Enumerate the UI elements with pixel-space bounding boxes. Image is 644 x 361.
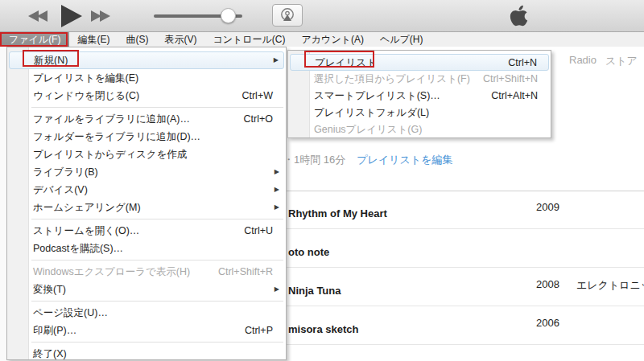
menu-item-label: デバイス(V)	[33, 181, 88, 199]
menu-item-label: フォルダーをライブラリに追加(D)…	[33, 128, 200, 146]
submenu-arrow-icon: ▶	[275, 199, 279, 216]
menu-item-open-stream[interactable]: ストリームを開く(O)… Ctrl+U	[9, 222, 284, 240]
menu-item-edit-playlist[interactable]: プレイリストを編集(E)	[9, 69, 284, 87]
song-genre: エレクトロニック	[576, 278, 644, 293]
menu-item-shortcut: Ctrl+P	[245, 322, 273, 339]
menu-item-shortcut: Ctrl+N	[508, 55, 537, 70]
edit-playlist-link[interactable]: プレイリストを編集	[357, 154, 452, 166]
menubar-item-view[interactable]: 表示(V)	[156, 32, 204, 47]
submenu-item-smart-playlist[interactable]: スマートプレイリスト(S)… Ctrl+Alt+N	[290, 88, 549, 105]
menu-item-show-in-explorer: Windowsエクスプローラで表示(H) Ctrl+Shift+R	[9, 263, 284, 281]
song-title: Rhythm of My Heart	[288, 207, 387, 219]
song-title: Ninja Tuna	[288, 285, 341, 297]
submenu-arrow-icon: ▶	[275, 281, 279, 298]
menu-item-label: プレイリストフォルダ(L)	[314, 105, 429, 121]
tab-store[interactable]: ストア	[605, 54, 638, 68]
menu-separator	[31, 257, 283, 263]
menu-item-label: 印刷(P)…	[33, 322, 76, 339]
playlist-duration: ・1時間 16分	[283, 154, 345, 166]
submenu-item-playlist-folder[interactable]: プレイリストフォルダ(L)	[290, 105, 549, 121]
menu-item-label: プレイリストを編集(E)	[33, 69, 138, 87]
song-title: misora sketch	[288, 323, 358, 335]
menu-item-home-sharing[interactable]: ホームシェアリング(M) ▶	[9, 199, 284, 216]
menu-item-label: ストリームを開く(O)…	[33, 222, 139, 240]
submenu-item-playlist-from-selection: 選択した項目からプレイリスト(F) Ctrl+Shift+N	[290, 71, 549, 88]
annotation-box-file	[0, 32, 68, 47]
player-toolbar	[0, 0, 644, 32]
submenu-arrow-icon: ▶	[275, 163, 279, 181]
menu-item-label: ファイルをライブラリに追加(A)…	[33, 110, 190, 128]
menu-item-label: プレイリストからディスクを作成	[33, 146, 187, 163]
song-year: 2008	[536, 278, 559, 290]
menubar-item-song[interactable]: 曲(S)	[118, 32, 156, 47]
rewind-icon[interactable]	[37, 10, 47, 22]
menu-item-add-folder[interactable]: フォルダーをライブラリに追加(D)…	[9, 128, 284, 146]
airplay-button[interactable]	[272, 4, 303, 27]
menu-item-label: Podcastを購読(S)…	[33, 240, 123, 257]
menu-item-shortcut: Ctrl+Shift+R	[218, 263, 273, 281]
play-icon[interactable]	[61, 5, 82, 27]
menu-item-shortcut: Ctrl+Alt+N	[491, 88, 538, 105]
menubar-item-edit[interactable]: 編集(E)	[69, 32, 118, 47]
menu-item-label: 変換(T)	[33, 281, 66, 298]
song-row[interactable]: misora sketch 2006	[287, 307, 644, 345]
menu-separator	[31, 216, 283, 222]
song-row[interactable]: oto note	[287, 230, 644, 268]
menu-item-close-window[interactable]: ウィンドウを閉じる(C) Ctrl+W	[9, 87, 284, 105]
submenu-arrow-icon: ▶	[275, 181, 279, 199]
menu-item-label: ウィンドウを閉じる(C)	[33, 87, 139, 105]
menu-item-label: ライブラリ(B)	[33, 163, 98, 181]
menu-item-shortcut: Ctrl+W	[242, 87, 273, 105]
menu-item-label: スマートプレイリスト(S)…	[314, 88, 440, 105]
menu-item-shortcut: Ctrl+O	[244, 110, 273, 128]
menu-item-add-file[interactable]: ファイルをライブラリに追加(A)… Ctrl+O	[9, 110, 284, 128]
menu-bar: ファイル(F) 編集(E) 曲(S) 表示(V) コントロール(C) アカウント…	[0, 32, 644, 47]
airplay-icon	[279, 7, 296, 23]
annotation-box-new	[23, 50, 79, 67]
menu-separator	[31, 105, 283, 110]
song-year: 2006	[536, 317, 559, 329]
volume-slider-knob[interactable]	[221, 8, 236, 23]
menu-separator	[31, 339, 283, 345]
menubar-item-help[interactable]: ヘルプ(H)	[372, 32, 431, 47]
file-menu: 新規(N) ▶ プレイリストを編集(E) ウィンドウを閉じる(C) Ctrl+W…	[6, 47, 287, 360]
menu-item-label: 選択した項目からプレイリスト(F)	[314, 71, 470, 88]
menu-item-page-setup[interactable]: ページ設定(U)…	[9, 304, 284, 322]
menu-item-exit[interactable]: 終了(X)	[9, 345, 284, 361]
menu-item-shortcut: Ctrl+Shift+N	[483, 71, 538, 88]
menu-item-print[interactable]: 印刷(P)… Ctrl+P	[9, 322, 284, 339]
song-row[interactable]: Ninja Tuna 2008 エレクトロニック	[287, 269, 644, 306]
menu-item-label: 終了(X)	[33, 345, 67, 361]
menu-item-label: Geniusプレイリスト(G)	[314, 121, 422, 138]
menu-item-burn-disc[interactable]: プレイリストからディスクを作成	[9, 146, 284, 163]
menubar-item-controls[interactable]: コントロール(C)	[204, 32, 293, 47]
menubar-item-account[interactable]: アカウント(A)	[294, 32, 372, 47]
fast-forward-icon[interactable]	[100, 10, 110, 22]
menu-separator	[31, 298, 283, 304]
menu-item-convert[interactable]: 変換(T) ▶	[9, 281, 284, 298]
menu-item-library[interactable]: ライブラリ(B) ▶	[9, 163, 284, 181]
playlist-meta: ・1時間 16分プレイリストを編集	[283, 153, 452, 167]
apple-logo-icon	[510, 4, 528, 31]
menu-item-label: ホームシェアリング(M)	[33, 199, 141, 216]
menu-item-label: Windowsエクスプローラで表示(H)	[33, 263, 190, 281]
submenu-item-genius-playlist: Geniusプレイリスト(G)	[290, 121, 549, 138]
menu-item-label: ページ設定(U)…	[33, 304, 108, 322]
menu-item-devices[interactable]: デバイス(V) ▶	[9, 181, 284, 199]
annotation-box-playlist	[304, 51, 374, 68]
menu-item-subscribe-podcast[interactable]: Podcastを購読(S)…	[9, 240, 284, 257]
song-title: oto note	[288, 246, 329, 258]
menu-item-shortcut: Ctrl+U	[244, 222, 273, 240]
song-year: 2009	[536, 201, 559, 213]
song-row[interactable]: Rhythm of My Heart 2009	[287, 191, 644, 229]
tab-radio[interactable]: Radio	[569, 54, 597, 66]
submenu-arrow-icon: ▶	[274, 52, 279, 68]
